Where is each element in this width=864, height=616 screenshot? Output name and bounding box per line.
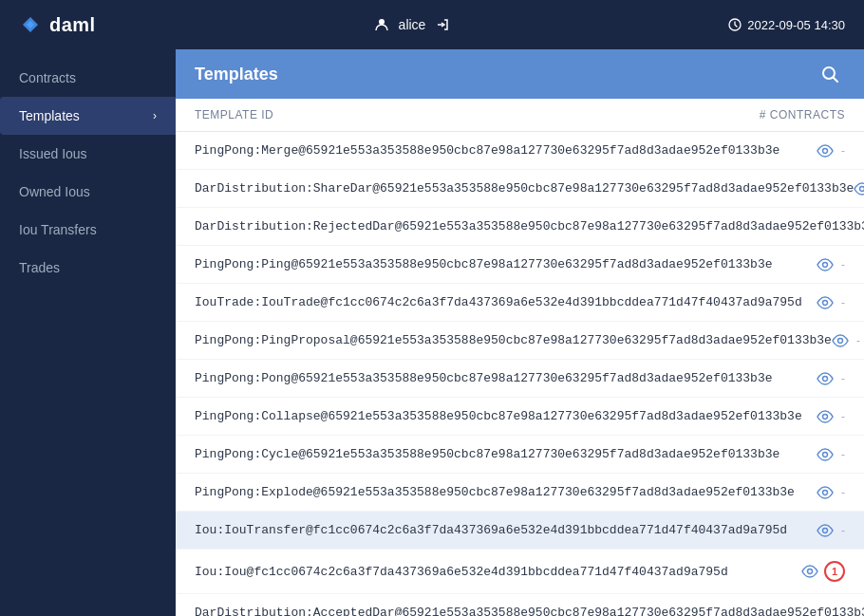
daml-logo-icon bbox=[19, 13, 42, 36]
view-icon[interactable] bbox=[801, 565, 818, 578]
sidebar-item-issued-ious[interactable]: Issued Ious bbox=[0, 135, 176, 173]
table-row[interactable]: PingPong:Merge@65921e553a353588e950cbc87… bbox=[176, 132, 864, 170]
svg-point-14 bbox=[823, 490, 828, 495]
svg-line-4 bbox=[834, 78, 838, 83]
content-title: Templates bbox=[195, 65, 278, 84]
sidebar-label-iou-transfers: Iou Transfers bbox=[19, 222, 97, 237]
svg-point-16 bbox=[808, 569, 813, 574]
table-row[interactable]: PingPong:Ping@65921e553a353588e950cbc87e… bbox=[176, 246, 864, 284]
view-icon[interactable] bbox=[817, 486, 834, 499]
row-actions: - bbox=[817, 448, 845, 461]
sidebar-item-contracts[interactable]: Contracts bbox=[0, 59, 176, 97]
clock-icon bbox=[728, 18, 742, 31]
view-icon[interactable] bbox=[817, 448, 834, 461]
no-contracts-indicator: - bbox=[841, 486, 845, 499]
sidebar-item-iou-transfers[interactable]: Iou Transfers bbox=[0, 211, 176, 249]
svg-point-13 bbox=[823, 452, 828, 457]
main-layout: ContractsTemplates›Issued IousOwned Ious… bbox=[0, 49, 864, 616]
search-button[interactable] bbox=[815, 59, 845, 89]
no-contracts-indicator: - bbox=[841, 410, 845, 423]
search-icon bbox=[820, 65, 839, 84]
sidebar: ContractsTemplates›Issued IousOwned Ious… bbox=[0, 49, 176, 616]
template-id-cell: PingPong:Merge@65921e553a353588e950cbc87… bbox=[195, 143, 779, 158]
no-contracts-indicator: - bbox=[856, 334, 860, 347]
table-row[interactable]: Iou:IouTransfer@fc1cc0674c2c6a3f7da43736… bbox=[176, 512, 864, 550]
row-actions: - bbox=[817, 296, 845, 309]
template-id-cell: PingPong:Ping@65921e553a353588e950cbc87e… bbox=[195, 257, 773, 271]
row-actions: - bbox=[817, 410, 845, 423]
template-id-cell: PingPong:Collapse@65921e553a353588e950cb… bbox=[195, 409, 802, 423]
sidebar-label-contracts: Contracts bbox=[19, 70, 76, 85]
svg-point-10 bbox=[837, 338, 842, 343]
content-area: Templates Template ID # Contracts PingPo… bbox=[176, 49, 864, 616]
svg-point-8 bbox=[823, 262, 828, 267]
row-actions: - bbox=[817, 258, 845, 271]
view-icon[interactable] bbox=[817, 372, 834, 385]
logo: daml bbox=[19, 13, 96, 36]
no-contracts-indicator: - bbox=[841, 296, 845, 309]
row-actions: 1 bbox=[801, 561, 845, 582]
template-id-cell: PingPong:Cycle@65921e553a353588e950cbc87… bbox=[195, 447, 779, 461]
user-info: alice bbox=[374, 17, 451, 32]
no-contracts-indicator: - bbox=[841, 258, 845, 271]
row-actions: - bbox=[817, 372, 845, 385]
table-row[interactable]: PingPong:Cycle@65921e553a353588e950cbc87… bbox=[176, 436, 864, 474]
table-header: Template ID # Contracts bbox=[176, 99, 864, 132]
table-row[interactable]: IouTrade:IouTrade@fc1cc0674c2c6a3f7da437… bbox=[176, 284, 864, 322]
no-contracts-indicator: - bbox=[841, 448, 845, 461]
row-actions: - bbox=[854, 182, 864, 196]
svg-point-5 bbox=[823, 148, 828, 153]
sidebar-item-templates[interactable]: Templates› bbox=[0, 97, 176, 135]
svg-point-9 bbox=[823, 300, 828, 305]
table-row[interactable]: DarDistribution:RejectedDar@65921e553a35… bbox=[176, 208, 864, 246]
template-id-cell: Iou:Iou@fc1cc0674c2c6a3f7da437369a6e532e… bbox=[195, 565, 728, 579]
view-icon[interactable] bbox=[817, 144, 834, 158]
sidebar-label-owned-ious: Owned Ious bbox=[19, 184, 90, 199]
view-icon[interactable] bbox=[817, 296, 834, 309]
user-icon bbox=[374, 17, 389, 32]
row-actions: - bbox=[817, 524, 845, 537]
row-actions: - bbox=[817, 144, 845, 158]
view-icon[interactable] bbox=[817, 258, 834, 271]
content-header: Templates bbox=[176, 49, 864, 99]
no-contracts-indicator: - bbox=[841, 524, 845, 537]
view-icon[interactable] bbox=[854, 182, 864, 196]
contract-count-badge: 1 bbox=[824, 561, 845, 582]
table-row[interactable]: DarDistribution:AcceptedDar@65921e553a35… bbox=[176, 594, 864, 616]
table-row[interactable]: PingPong:PingProposal@65921e553a353588e9… bbox=[176, 322, 864, 360]
view-icon[interactable] bbox=[832, 334, 849, 347]
view-icon[interactable] bbox=[817, 524, 834, 537]
sidebar-label-templates: Templates bbox=[19, 108, 80, 123]
template-id-cell: Iou:IouTransfer@fc1cc0674c2c6a3f7da43736… bbox=[195, 523, 787, 537]
username: alice bbox=[399, 17, 426, 32]
sidebar-item-owned-ious[interactable]: Owned Ious bbox=[0, 173, 176, 211]
chevron-right-icon: › bbox=[153, 109, 157, 122]
template-id-cell: DarDistribution:RejectedDar@65921e553a35… bbox=[195, 219, 864, 233]
template-id-cell: IouTrade:IouTrade@fc1cc0674c2c6a3f7da437… bbox=[195, 295, 802, 309]
sidebar-label-trades: Trades bbox=[19, 260, 60, 275]
col-header-contracts: # Contracts bbox=[760, 108, 845, 121]
svg-point-12 bbox=[823, 414, 828, 419]
row-actions: - bbox=[832, 334, 860, 347]
table-row[interactable]: PingPong:Pong@65921e553a353588e950cbc87e… bbox=[176, 360, 864, 398]
table-row[interactable]: DarDistribution:ShareDar@65921e553a35358… bbox=[176, 170, 864, 208]
sidebar-label-issued-ious: Issued Ious bbox=[19, 146, 87, 161]
svg-point-11 bbox=[823, 376, 828, 381]
svg-point-6 bbox=[860, 186, 864, 191]
datetime-display: 2022-09-05 14:30 bbox=[728, 18, 845, 32]
row-actions: - bbox=[817, 486, 845, 499]
template-id-cell: PingPong:Pong@65921e553a353588e950cbc87e… bbox=[195, 371, 773, 385]
no-contracts-indicator: - bbox=[841, 372, 845, 385]
table-row[interactable]: PingPong:Collapse@65921e553a353588e950cb… bbox=[176, 398, 864, 436]
table-row[interactable]: PingPong:Explode@65921e553a353588e950cbc… bbox=[176, 474, 864, 512]
template-id-cell: DarDistribution:ShareDar@65921e553a35358… bbox=[195, 181, 854, 196]
table-row[interactable]: Iou:Iou@fc1cc0674c2c6a3f7da437369a6e532e… bbox=[176, 550, 864, 594]
view-icon[interactable] bbox=[817, 410, 834, 423]
sidebar-item-trades[interactable]: Trades bbox=[0, 249, 176, 287]
template-id-cell: DarDistribution:AcceptedDar@65921e553a35… bbox=[195, 606, 864, 616]
app-header: daml alice 2022-09-05 14:30 bbox=[0, 0, 864, 49]
col-header-template-id: Template ID bbox=[195, 108, 273, 121]
logout-icon[interactable] bbox=[435, 17, 450, 32]
svg-point-15 bbox=[823, 528, 828, 532]
templates-table: Template ID # Contracts PingPong:Merge@6… bbox=[176, 99, 864, 616]
